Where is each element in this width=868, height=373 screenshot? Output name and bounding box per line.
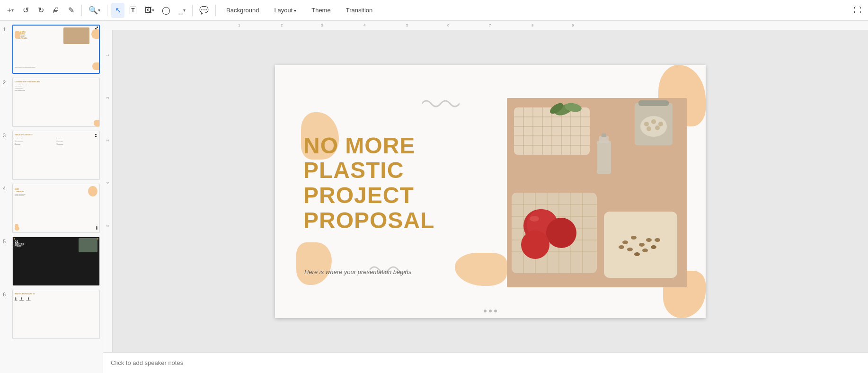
svg-text:1: 1 <box>238 23 240 27</box>
notes-bar[interactable]: Click to add speaker notes <box>103 352 868 373</box>
svg-point-73 <box>639 243 645 247</box>
slide-subtitle: Here is where your presentation begins <box>304 268 411 275</box>
ruler-horizontal: 1 2 3 4 5 6 7 8 9 <box>103 21 868 30</box>
svg-point-78 <box>651 245 656 249</box>
transition-button[interactable]: Transition <box>339 4 380 17</box>
text-box-icon: T <box>130 7 136 14</box>
slide-item-4[interactable]: 4 OURCOMPANY Company description texther… <box>3 184 100 233</box>
cursor-button[interactable]: ↖ <box>111 3 124 18</box>
comment-button[interactable]: 💬 <box>196 3 212 18</box>
layout-button[interactable]: Layout <box>267 4 303 17</box>
slide-thumb-3[interactable]: TABLE OF CONTENTS 01About the project 04… <box>12 131 100 180</box>
svg-text:9: 9 <box>572 23 574 27</box>
svg-text:5: 5 <box>406 23 408 27</box>
svg-text:2: 2 <box>106 97 110 99</box>
slide-number-6: 6 <box>3 290 9 297</box>
svg-rect-46 <box>638 100 669 106</box>
slide-thumb-1[interactable]: NO MOREPLASTICPROJECTPROPOSAL Here is wh… <box>12 25 100 74</box>
svg-text:8: 8 <box>531 23 534 27</box>
print-button[interactable]: 🖨 <box>49 3 62 18</box>
dot-3 <box>494 310 497 312</box>
slide-thumb-4[interactable]: OURCOMPANY Company description texthere … <box>12 184 100 233</box>
svg-text:4: 4 <box>106 182 110 184</box>
ruler-vertical: 1 2 3 4 5 <box>103 30 113 352</box>
separator-2 <box>107 5 107 16</box>
text-box-button[interactable]: T <box>126 3 140 18</box>
editor-area: 1 2 3 4 5 <box>103 30 868 352</box>
svg-point-51 <box>647 126 651 131</box>
slide-item-1[interactable]: 1 NO MOREPLASTICPROJECTPROPOSAL Here is … <box>3 25 100 74</box>
toolbar-right: ⛶ <box>851 3 864 18</box>
svg-text:7: 7 <box>489 23 491 27</box>
slide-panel: 1 NO MOREPLASTICPROJECTPROPOSAL Here is … <box>0 21 103 373</box>
add-icon: + <box>7 6 11 15</box>
main-area: 1 NO MOREPLASTICPROJECTPROPOSAL Here is … <box>0 21 868 373</box>
slide-thumb-6[interactable]: WHAT WE ARE WORKING ON 🗑 Retail Some 🗑 R… <box>12 290 100 339</box>
image-button[interactable]: 🖼 ▾ <box>142 3 157 18</box>
image-icon: 🖼 <box>144 6 152 15</box>
wavy-top-center <box>422 98 460 109</box>
slide-item-5[interactable]: 5 01 ABOUT THEPROJECT <box>3 237 100 286</box>
comment-icon: 💬 <box>199 6 209 15</box>
cursor-icon: ↖ <box>115 6 121 15</box>
slide-photo[interactable] <box>507 98 687 287</box>
redo-button[interactable]: ↻ <box>34 3 47 18</box>
paint-format-icon: ✎ <box>68 6 74 15</box>
svg-text:3: 3 <box>321 23 323 27</box>
svg-point-47 <box>640 116 667 137</box>
zoom-arrow: ▾ <box>98 8 100 13</box>
svg-text:3: 3 <box>106 139 110 142</box>
undo-icon: ↺ <box>23 6 29 15</box>
svg-point-75 <box>627 248 633 251</box>
svg-point-72 <box>631 236 637 240</box>
slide-thumb-5[interactable]: 01 ABOUT THEPROJECT <box>12 237 100 286</box>
separator-3 <box>192 5 193 16</box>
toolbar: + ▾ ↺ ↻ 🖨 ✎ 🔍 ▾ ↖ T 🖼 ▾ ◯ ⎯ ▾ 💬 Backgrou… <box>0 0 868 21</box>
notes-placeholder: Click to add speaker notes <box>111 359 183 366</box>
add-button[interactable]: + ▾ <box>4 3 17 18</box>
svg-point-80 <box>655 238 660 242</box>
slide-number-2: 2 <box>3 78 9 85</box>
shape-button[interactable]: ◯ <box>159 3 173 18</box>
slide-item-6[interactable]: 6 WHAT WE ARE WORKING ON 🗑 Retail Some 🗑… <box>3 290 100 339</box>
slide-number-4: 4 <box>3 184 9 191</box>
separator-1 <box>81 5 82 16</box>
separator-4 <box>215 5 216 16</box>
peach-blob-bottom-left <box>296 242 332 285</box>
svg-point-48 <box>644 122 649 126</box>
svg-point-71 <box>622 240 628 244</box>
background-button[interactable]: Background <box>220 4 266 17</box>
maximize-button[interactable]: ⛶ <box>851 3 864 18</box>
svg-rect-44 <box>602 133 606 137</box>
svg-text:6: 6 <box>447 23 450 27</box>
slide-item-3[interactable]: 3 TABLE OF CONTENTS 01About the project … <box>3 131 100 180</box>
line-button[interactable]: ⎯ ▾ <box>175 3 188 18</box>
undo-button[interactable]: ↺ <box>19 3 32 18</box>
svg-point-50 <box>658 122 663 126</box>
slide-number-3: 3 <box>3 131 9 138</box>
slide-canvas[interactable]: NO MORE PLASTIC PROJECT PROPOSAL Here is… <box>275 65 706 318</box>
svg-point-49 <box>651 119 656 124</box>
svg-rect-42 <box>597 141 611 174</box>
redo-icon: ↻ <box>38 6 44 15</box>
theme-button[interactable]: Theme <box>305 4 337 17</box>
slide-thumb-2[interactable]: CONTENTS OF THIS TEMPLATE Some text cont… <box>12 78 100 127</box>
svg-text:2: 2 <box>281 23 283 27</box>
svg-point-74 <box>646 238 652 242</box>
dot-1 <box>484 310 487 312</box>
svg-point-76 <box>634 252 640 256</box>
svg-point-52 <box>655 125 660 130</box>
slide-item-2[interactable]: 2 CONTENTS OF THIS TEMPLATE Some text co… <box>3 78 100 127</box>
slide-number-1: 1 <box>3 25 9 32</box>
svg-text:4: 4 <box>363 23 366 27</box>
zoom-button[interactable]: 🔍 ▾ <box>86 3 103 18</box>
paint-format-button[interactable]: ✎ <box>64 3 78 18</box>
line-arrow: ▾ <box>183 8 186 13</box>
canvas-wrapper[interactable]: NO MORE PLASTIC PROJECT PROPOSAL Here is… <box>113 30 868 352</box>
svg-point-69 <box>530 216 539 222</box>
peach-blob-bottom-center <box>455 253 507 286</box>
print-icon: 🖨 <box>52 6 60 15</box>
svg-point-77 <box>642 249 648 252</box>
svg-point-68 <box>521 231 549 259</box>
image-arrow: ▾ <box>152 8 154 13</box>
